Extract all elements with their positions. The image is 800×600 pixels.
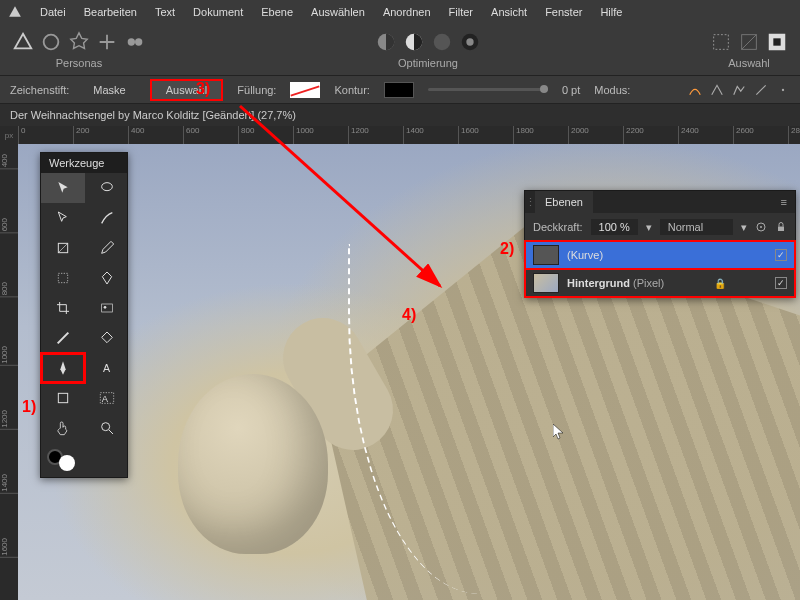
persona-pixel-icon[interactable] — [40, 31, 62, 53]
menu-anordnen[interactable]: Anordnen — [383, 6, 431, 18]
contrast-icon[interactable] — [403, 31, 425, 53]
panel-grip-icon[interactable]: ⋮⋮ — [525, 196, 535, 209]
eyedropper-tool[interactable] — [85, 233, 129, 263]
layers-tab[interactable]: Ebenen — [535, 191, 593, 213]
svg-text:A: A — [102, 394, 109, 404]
menu-hilfe[interactable]: Hilfe — [600, 6, 622, 18]
persona-liquify-icon[interactable] — [96, 31, 118, 53]
app-logo-icon — [8, 5, 22, 19]
tools-panel: Werkzeuge A A — [40, 152, 128, 478]
selection-button[interactable]: Auswahl — [150, 79, 224, 101]
wb-icon[interactable] — [459, 31, 481, 53]
mouse-cursor-icon — [553, 424, 565, 440]
ruler-horizontal: px 0200400600800100012001400160018002000… — [0, 126, 800, 144]
stroke-swatch[interactable] — [384, 82, 414, 98]
crop-tool[interactable] — [41, 293, 85, 323]
node-tool[interactable] — [41, 203, 85, 233]
layer-visibility-checkbox[interactable]: ✓ — [775, 249, 787, 261]
pen-mode-icon[interactable] — [688, 83, 702, 97]
corner-tool[interactable] — [41, 233, 85, 263]
menu-fenster[interactable]: Fenster — [545, 6, 582, 18]
svg-point-9 — [466, 38, 473, 45]
persona-export-icon[interactable] — [68, 31, 90, 53]
svg-point-17 — [102, 183, 113, 191]
svg-line-15 — [756, 85, 765, 94]
select-all-icon[interactable] — [710, 31, 732, 53]
text-tool[interactable]: A — [85, 353, 129, 383]
tools-panel-title: Werkzeuge — [41, 153, 127, 173]
menu-filter[interactable]: Filter — [449, 6, 473, 18]
menu-ebene[interactable]: Ebene — [261, 6, 293, 18]
menu-bearbeiten[interactable]: Bearbeiten — [84, 6, 137, 18]
menu-text[interactable]: Text — [155, 6, 175, 18]
text-frame-tool[interactable]: A — [85, 383, 129, 413]
persona-toolbar: Personas Optimierung Auswahl — [0, 24, 800, 76]
layer-lock-icon[interactable] — [775, 221, 787, 233]
fill-swatch[interactable] — [290, 82, 320, 98]
curve-mode-icon[interactable] — [776, 83, 790, 97]
canvas[interactable]: Werkzeuge A A — [18, 144, 800, 600]
menu-datei[interactable]: Datei — [40, 6, 66, 18]
ruler-unit: px — [0, 126, 18, 144]
place-tool[interactable] — [85, 293, 129, 323]
layer-visibility-checkbox[interactable]: ✓ — [775, 277, 787, 289]
svg-rect-10 — [714, 34, 729, 49]
menu-auswaehlen[interactable]: Auswählen — [311, 6, 365, 18]
opacity-dropdown-icon[interactable]: ▾ — [646, 221, 652, 234]
fill-label: Füllung: — [237, 84, 276, 96]
layer-kurve[interactable]: (Kurve) ✓ — [525, 241, 795, 269]
layer-fx-icon[interactable] — [755, 221, 767, 233]
flood-select-tool[interactable] — [85, 263, 129, 293]
svg-point-7 — [434, 33, 451, 50]
polygon-mode-icon[interactable] — [732, 83, 746, 97]
layer-hintergrund[interactable]: Hintergrund (Pixel) 🔒 ✓ — [525, 269, 795, 297]
svg-line-19 — [58, 243, 67, 252]
color-wells[interactable] — [41, 443, 127, 477]
mask-button[interactable]: Maske — [83, 81, 135, 99]
document-title: Der Weihnachtsengel by Marco Kolditz [Ge… — [10, 109, 296, 121]
pan-tool[interactable] — [41, 413, 85, 443]
invert-selection-icon[interactable] — [766, 31, 788, 53]
svg-rect-31 — [778, 227, 784, 232]
document-tab[interactable]: Der Weihnachtsengel by Marco Kolditz [Ge… — [0, 104, 800, 126]
marquee-tool[interactable] — [41, 263, 85, 293]
layer-name: (Kurve) — [567, 249, 603, 261]
move-tool[interactable] — [41, 173, 85, 203]
panel-menu-icon[interactable]: ≡ — [773, 196, 795, 208]
stroke-width-slider[interactable] — [428, 88, 548, 91]
menu-dokument[interactable]: Dokument — [193, 6, 243, 18]
persona-tone-icon[interactable] — [124, 31, 146, 53]
blend-mode-select[interactable]: Normal — [660, 219, 733, 235]
lock-icon: 🔒 — [714, 278, 726, 289]
stroke-width-value: 0 pt — [562, 84, 580, 96]
levels-icon[interactable] — [375, 31, 397, 53]
opacity-value[interactable]: 100 % — [591, 219, 638, 235]
brush-tool[interactable] — [85, 203, 129, 233]
fill-tool[interactable] — [85, 323, 129, 353]
tool-name-label: Zeichenstift: — [10, 84, 69, 96]
menu-ansicht[interactable]: Ansicht — [491, 6, 527, 18]
bg-color[interactable] — [59, 455, 75, 471]
pen-tool[interactable] — [41, 353, 85, 383]
auswahl-group: Auswahl — [710, 31, 788, 69]
canvas-area: 4006008001000120014001600 Werkzeuge — [0, 144, 800, 600]
svg-line-28 — [109, 430, 113, 434]
layer-thumbnail — [533, 273, 559, 293]
svg-point-16 — [782, 88, 784, 90]
svg-point-2 — [44, 34, 59, 49]
lasso-tool[interactable] — [85, 173, 129, 203]
colors-icon[interactable] — [431, 31, 453, 53]
shape-tool[interactable] — [41, 383, 85, 413]
persona-designer-icon[interactable] — [12, 31, 34, 53]
line-mode-icon[interactable] — [754, 83, 768, 97]
svg-line-12 — [742, 34, 757, 49]
deselect-icon[interactable] — [738, 31, 760, 53]
blend-dropdown-icon[interactable]: ▾ — [741, 221, 747, 234]
svg-marker-0 — [9, 6, 21, 17]
svg-rect-20 — [58, 273, 67, 282]
vector-brush-tool[interactable] — [41, 323, 85, 353]
zoom-tool[interactable] — [85, 413, 129, 443]
svg-point-27 — [102, 423, 110, 431]
mode-label: Modus: — [594, 84, 630, 96]
smart-mode-icon[interactable] — [710, 83, 724, 97]
